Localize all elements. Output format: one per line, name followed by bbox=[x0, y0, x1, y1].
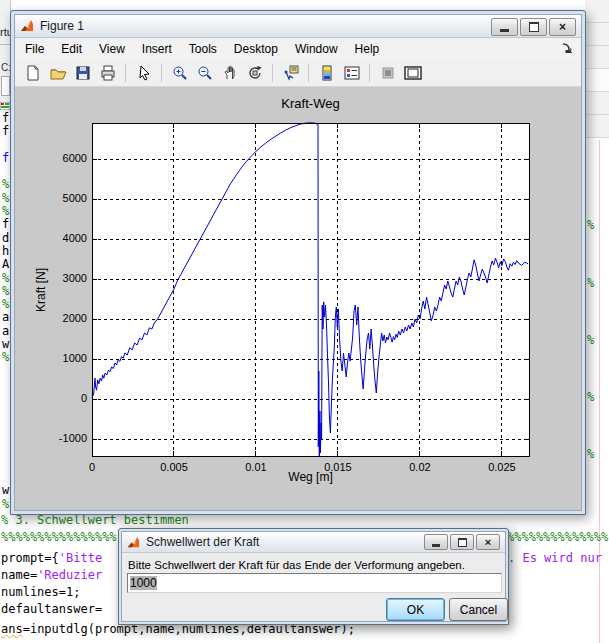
figure-menubar: FileEditViewInsertToolsDesktopWindowHelp bbox=[15, 38, 581, 60]
menu-item-tools[interactable]: Tools bbox=[189, 42, 217, 56]
clipped-code-char: f bbox=[2, 152, 9, 165]
desktop-band bbox=[585, 92, 609, 115]
clipped-code-char: h bbox=[2, 245, 9, 258]
x-tick-label: 0 bbox=[65, 461, 119, 473]
figure-canvas[interactable]: Kraft-Weg Kraft [N] Weg [m] -10000100020… bbox=[15, 87, 581, 510]
open-file-button[interactable] bbox=[46, 62, 69, 84]
ok-button[interactable]: OK bbox=[386, 598, 445, 621]
x-tick-label: 0.01 bbox=[229, 461, 283, 473]
code-percent-row-right: %%%%%%%%%%%%%% bbox=[507, 530, 608, 544]
code-percent-row-left: %%%%%%%%%%%%%%%% bbox=[1, 530, 117, 544]
save-figure-button[interactable] bbox=[71, 62, 94, 84]
hand-icon bbox=[221, 64, 239, 82]
desktop-band bbox=[585, 0, 609, 23]
menu-item-window[interactable]: Window bbox=[295, 42, 338, 56]
minimize-icon bbox=[500, 29, 509, 32]
menu-item-insert[interactable]: Insert bbox=[142, 42, 172, 56]
figure-toolbar bbox=[15, 59, 581, 87]
clipped-code-char: % bbox=[2, 351, 9, 364]
figure-titlebar[interactable]: Figure 1 × bbox=[15, 15, 581, 38]
dialog-titlebar[interactable]: Schwellwert der Kraft × bbox=[122, 532, 505, 553]
minimize-button[interactable] bbox=[491, 18, 518, 36]
clipped-code-char bbox=[2, 139, 9, 152]
clipped-code-char bbox=[2, 431, 9, 444]
restore-button[interactable] bbox=[450, 534, 474, 550]
menu-item-view[interactable]: View bbox=[99, 42, 125, 56]
insert-legend-button[interactable] bbox=[340, 62, 363, 84]
clipped-code-char: f bbox=[2, 125, 9, 138]
menu-item-help[interactable]: Help bbox=[355, 42, 380, 56]
zoom-out-icon bbox=[196, 64, 214, 82]
menu-item-file[interactable]: File bbox=[25, 42, 44, 56]
clipped-code-char: % bbox=[587, 390, 594, 404]
y-tick-label: 3000 bbox=[45, 272, 87, 284]
cursor-arrow-icon bbox=[135, 64, 153, 82]
restore-button[interactable] bbox=[520, 18, 547, 36]
clipped-code-char: % bbox=[2, 178, 9, 191]
selected-input-text: 1000 bbox=[130, 576, 157, 590]
dock-figure-arrow-icon[interactable] bbox=[561, 42, 573, 54]
print-figure-button[interactable] bbox=[96, 62, 119, 84]
show-plot-tools-button[interactable] bbox=[401, 62, 424, 84]
insert-colorbar-button[interactable] bbox=[315, 62, 338, 84]
clipped-code-char bbox=[2, 391, 9, 404]
input-dialog-window: Schwellwert der Kraft × Bitte Schwellwer… bbox=[118, 528, 509, 625]
toolbar-separator bbox=[308, 64, 309, 82]
menu-item-desktop[interactable]: Desktop bbox=[234, 42, 278, 56]
rotate-3d-button[interactable] bbox=[243, 62, 266, 84]
printer-icon bbox=[99, 64, 117, 82]
clipped-code-char: a bbox=[2, 311, 9, 324]
close-button[interactable]: × bbox=[549, 18, 576, 36]
zoom-in-button[interactable] bbox=[168, 62, 191, 84]
panel-widget bbox=[1, 76, 10, 96]
edit-plot-button[interactable] bbox=[132, 62, 155, 84]
cancel-button[interactable]: Cancel bbox=[449, 598, 508, 621]
y-tick-label: 2000 bbox=[45, 312, 87, 324]
new-figure-button[interactable] bbox=[21, 62, 44, 84]
cell-icon bbox=[0, 102, 10, 110]
clipped-code-char: % bbox=[2, 298, 9, 311]
clipped-code-char bbox=[2, 378, 9, 391]
code-defaultanswer-line: defaultanswer= bbox=[1, 602, 102, 616]
threshold-input[interactable]: 1000 bbox=[127, 573, 502, 593]
panel-divider bbox=[0, 44, 10, 45]
figure-window-controls: × bbox=[491, 18, 576, 36]
code-prompt-line-left: prompt={'Bitte bbox=[1, 551, 102, 565]
data-cursor-button[interactable] bbox=[279, 62, 302, 84]
clipped-code-char: % bbox=[2, 192, 9, 205]
zoom-out-button[interactable] bbox=[193, 62, 216, 84]
clipped-code-char bbox=[2, 365, 9, 378]
dialog-title: Schwellwert der Kraft bbox=[146, 535, 259, 549]
clipped-code-char: a bbox=[2, 325, 9, 338]
code-comment-line: % 3. Schwellwert bestimmen bbox=[1, 513, 189, 527]
x-tick-label: 0.02 bbox=[393, 461, 447, 473]
clipped-code-char bbox=[2, 444, 9, 457]
hide-plot-tools-button[interactable] bbox=[376, 62, 399, 84]
minimize-button[interactable] bbox=[424, 534, 448, 550]
matlab-logo-icon bbox=[20, 19, 34, 33]
restore-icon bbox=[529, 22, 539, 32]
clipped-code-char: % bbox=[2, 205, 9, 218]
clipped-code-char: % bbox=[2, 498, 9, 511]
clipped-code-char bbox=[2, 405, 9, 418]
close-button[interactable]: × bbox=[476, 534, 500, 550]
clipped-code-char: % bbox=[587, 276, 594, 290]
clipped-code-char: d bbox=[2, 232, 9, 245]
desktop-band bbox=[585, 46, 609, 69]
input-dialog-inner: Schwellwert der Kraft × Bitte Schwellwer… bbox=[121, 531, 506, 622]
menu-item-edit[interactable]: Edit bbox=[61, 42, 82, 56]
clipped-code-char: f bbox=[2, 218, 9, 231]
x-tick-label: 0.005 bbox=[147, 461, 201, 473]
datatip-icon bbox=[282, 64, 300, 82]
kraft-weg-chart bbox=[15, 87, 581, 513]
pan-button[interactable] bbox=[218, 62, 241, 84]
toolbar-separator bbox=[161, 64, 162, 82]
toolbar-separator bbox=[125, 64, 126, 82]
clipped-code-char: % bbox=[587, 333, 594, 347]
x-tick-label: 0.025 bbox=[475, 461, 529, 473]
figure-window: Figure 1 × FileEditViewInsertToolsDeskto… bbox=[10, 10, 586, 515]
clipped-code-char: w bbox=[2, 338, 9, 351]
toolbar-separator bbox=[272, 64, 273, 82]
y-tick-label: -1000 bbox=[45, 432, 87, 444]
hide-plot-tools-icon bbox=[379, 64, 397, 82]
